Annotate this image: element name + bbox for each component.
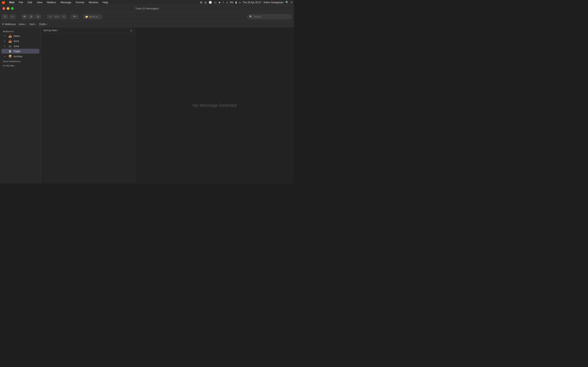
- nav-inbox[interactable]: Inbox ▾: [19, 23, 26, 26]
- menu-window[interactable]: Window: [88, 1, 99, 4]
- display-icon[interactable]: ▭: [214, 1, 216, 4]
- search-input[interactable]: [254, 15, 290, 18]
- sidebar-item-junk[interactable]: ▶ 🗂 Junk: [1, 44, 39, 49]
- message-list-empty: [41, 33, 135, 184]
- inbox-caret-icon: ▾: [26, 23, 26, 25]
- mailboxes-section-header: Mailboxes: [0, 29, 41, 33]
- menubar: 🍎 Mail File Edit View Mailbox Message Fo…: [0, 0, 294, 5]
- apple-logo-icon[interactable]: 🍎: [2, 1, 6, 4]
- nav-sent-label: Sent: [29, 23, 35, 26]
- flag-button[interactable]: ⚑ ▾: [71, 14, 79, 19]
- menu-mailbox[interactable]: Mailbox: [46, 1, 57, 4]
- menu-view[interactable]: View: [36, 1, 43, 4]
- battery-icon: ▮: [235, 1, 237, 4]
- notification-center-icon[interactable]: ≡: [291, 1, 292, 4]
- junk-button[interactable]: ⊠: [35, 14, 41, 19]
- message-list: Sort by Date ▾ ⊙: [41, 27, 135, 184]
- username-text: Arthur Gareginyan: [263, 1, 283, 4]
- airdrop-icon[interactable]: ◎: [204, 1, 207, 4]
- wifi-icon[interactable]: ⌇: [223, 1, 224, 4]
- time-machine-icon[interactable]: 🕐: [209, 1, 212, 4]
- no-message-label: No Message Selected: [192, 103, 236, 108]
- smart-mailboxes-section-header: Smart Mailboxes: [0, 59, 41, 63]
- nav-mailboxes-label: Mailboxes: [5, 23, 16, 26]
- trash-label: Trash: [13, 50, 37, 53]
- close-button[interactable]: [2, 7, 5, 10]
- junk-icon: ⊠: [37, 15, 39, 18]
- sent-icon: 📤: [8, 39, 12, 43]
- nav-drafts[interactable]: Drafts ▾: [39, 23, 48, 26]
- accessibility-icon[interactable]: A: [239, 1, 241, 4]
- search-bar[interactable]: 🔍: [247, 14, 292, 19]
- reply-all-icon: ↩↩: [54, 15, 59, 18]
- flag-dropdown-icon: ▾: [76, 16, 76, 17]
- sidebar-item-archive[interactable]: ▶ 📦 Archive: [1, 54, 39, 59]
- inbox-expand-icon: ▶: [4, 35, 7, 37]
- datetime-text: Thu 25 Apr 20:27: [242, 1, 261, 4]
- spotlight-icon[interactable]: 🔍: [285, 1, 289, 4]
- sidebar-toggle-button[interactable]: ☰: [2, 14, 8, 19]
- menubar-right: ⊞ ◎ 🕐 ▭ ◈ ⌇ ◁ 9% ▮ A Thu 25 Apr 20:27 Ar…: [200, 1, 292, 4]
- menu-file[interactable]: File: [18, 1, 24, 4]
- compose-icon: ✏: [11, 15, 14, 18]
- flag-icon: ⚑: [73, 15, 76, 18]
- reply-icon: ↩: [49, 15, 51, 18]
- titlebar: Trash (0 messages): [0, 5, 294, 12]
- toolbar-separator-4: [81, 15, 81, 19]
- move-to-button[interactable]: 📁 Move to...: [83, 14, 102, 19]
- toolbar-separator-1: [17, 15, 18, 19]
- sidebar-item-trash[interactable]: ▶ 🗑 Trash: [1, 49, 39, 54]
- drafts-caret-icon: ▾: [47, 23, 48, 25]
- archive-button[interactable]: ⬒: [21, 14, 27, 19]
- menubar-left: 🍎 Mail File Edit View Mailbox Message Fo…: [2, 1, 109, 4]
- toolbar-separator-3: [69, 15, 69, 19]
- sidebar-item-inbox[interactable]: ▶ 📥 Inbox: [1, 33, 39, 38]
- reply-all-button[interactable]: ↩↩: [54, 14, 60, 19]
- sent-caret-icon: ▾: [35, 23, 36, 25]
- archive-icon: 📦: [8, 55, 12, 58]
- message-actions-group: ⬒ 🗑 ⊠: [21, 14, 41, 19]
- reply-group: ↩ ↩↩ ↪: [47, 14, 67, 19]
- window-title: Trash (0 messages): [135, 7, 159, 10]
- inbox-icon: 📥: [8, 34, 12, 38]
- menu-mail[interactable]: Mail: [8, 1, 15, 4]
- sidebar-item-sent[interactable]: ▶ 📤 Sent: [1, 39, 39, 43]
- sort-label: Sort by Date: [43, 29, 57, 32]
- nav-sent[interactable]: Sent ▾: [29, 23, 36, 26]
- reply-button[interactable]: ↩: [47, 14, 53, 19]
- junk-label: Junk: [13, 45, 37, 48]
- move-to-label: Move to...: [89, 15, 100, 18]
- maximize-button[interactable]: [11, 7, 14, 10]
- menu-format[interactable]: Format: [75, 1, 85, 4]
- forward-button[interactable]: ↪: [61, 14, 67, 19]
- trash-icon: 🗑: [8, 50, 12, 53]
- delete-button[interactable]: 🗑: [28, 14, 34, 19]
- window-controls: [2, 7, 14, 10]
- sent-label: Sent: [13, 40, 37, 43]
- minimize-button[interactable]: [7, 7, 9, 10]
- search-icon: 🔍: [249, 15, 252, 18]
- navbar: ☰ Mailboxes Inbox ▾ Sent ▾ Drafts ▾: [0, 21, 294, 27]
- control-center-icon[interactable]: ⊞: [200, 1, 202, 4]
- sort-button[interactable]: Sort by Date ▾: [43, 29, 59, 32]
- volume-icon[interactable]: ◁: [226, 1, 228, 4]
- bluetooth-icon[interactable]: ◈: [218, 1, 221, 4]
- inbox-label: Inbox: [13, 34, 37, 38]
- menu-help[interactable]: Help: [102, 1, 109, 4]
- message-list-header: Sort by Date ▾ ⊙: [41, 27, 135, 33]
- sent-expand-icon: ▶: [4, 40, 7, 42]
- menu-message[interactable]: Message: [60, 1, 72, 4]
- nav-mailboxes[interactable]: ☰ Mailboxes: [2, 23, 16, 26]
- delete-icon: 🗑: [30, 15, 33, 18]
- compose-button[interactable]: ✏: [9, 14, 16, 19]
- trash-expand-icon: ▶: [4, 50, 7, 52]
- forward-icon: ↪: [62, 15, 65, 18]
- archive-label: Archive: [13, 55, 37, 58]
- filter-icon[interactable]: ⊙: [130, 29, 132, 32]
- menu-edit[interactable]: Edit: [27, 1, 33, 4]
- nav-inbox-label: Inbox: [19, 23, 25, 26]
- on-my-mac-section-header: On My Mac: [0, 63, 41, 67]
- main-layout: Mailboxes ▶ 📥 Inbox ▶ 📤 Sent ▶ 🗂 Junk ▶ …: [0, 27, 294, 184]
- archive-icon: ⬒: [23, 15, 26, 18]
- junk-icon: 🗂: [8, 44, 12, 48]
